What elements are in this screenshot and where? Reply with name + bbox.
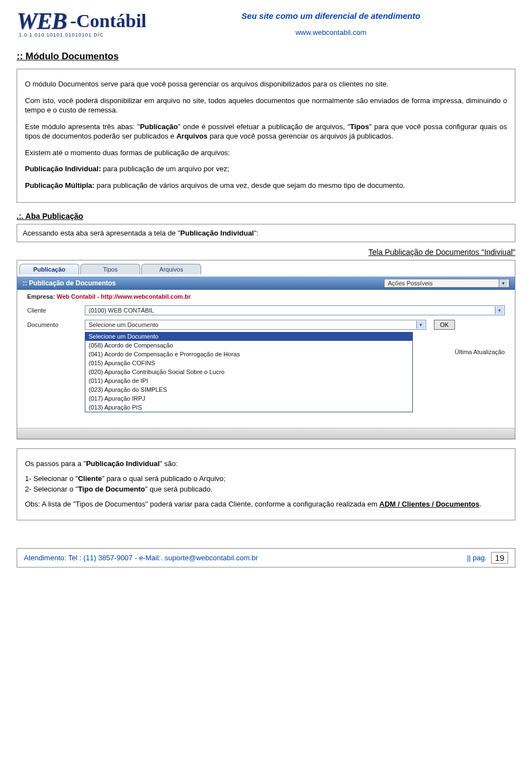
dropdown-option-selected[interactable]: Selecione um Documento	[85, 332, 412, 341]
tab-tipos[interactable]: Tipos	[80, 264, 140, 274]
chevron-down-icon: ▾	[416, 321, 425, 329]
tab-arquivos[interactable]: Arquivos	[141, 264, 201, 274]
section-title: :: Módulo Documentos	[17, 51, 515, 62]
intro-p6: Publicação Múltipla: para publicação de …	[25, 181, 507, 191]
site-url: www.webcontabil.com	[146, 28, 515, 37]
documento-label: Documento	[27, 321, 77, 328]
footer-contact: Atendimento: Tel : (11) 3857-9007 - e-Ma…	[24, 554, 258, 562]
step-2: 2- Selecionar o "Tipo de Documento" que …	[25, 484, 507, 495]
panel-title: :: Publicação de Documentos	[23, 279, 116, 287]
empresa-row: Empresa: Web Contabil - http://www.webco…	[17, 290, 515, 303]
steps-box: Os passos para a "Publicação Individual"…	[17, 448, 515, 520]
tagline: Seu site como um diferencial de atendime…	[146, 8, 515, 21]
dropdown-option[interactable]: (041) Acordo de Compensação e Prorrogaçã…	[85, 350, 412, 359]
intro-p2: Com isto, você poderá disponibilizar em …	[25, 96, 507, 115]
steps-heading: Os passos para a "Publicação Individual"…	[25, 459, 507, 469]
dropdown-option[interactable]: (013) Apuração PIS	[85, 403, 412, 412]
intro-p1: O módulo Documentos serve para que você …	[25, 79, 507, 89]
intro-p5: Publicação Individual: para publicação d…	[25, 164, 507, 174]
step-1: 1- Selecionar o "Cliente" para o qual se…	[25, 474, 507, 484]
dropdown-option[interactable]: (017) Apuração IRPJ	[85, 394, 412, 403]
tab-row: Publicação Tipos Arquivos	[17, 260, 515, 277]
logo-block: WEB -Contábil 1.0.1.010.10101.01010101 D…	[17, 8, 146, 38]
logo-suffix: -Contábil	[70, 11, 146, 32]
footer-pag-label: || pag.	[467, 554, 487, 562]
page-header: WEB -Contábil 1.0.1.010.10101.01010101 D…	[17, 8, 515, 38]
dropdown-option[interactable]: (020) Apuração Contribuição Social Sobre…	[85, 367, 412, 376]
logo-subtext: 1.0.1.010.10101.01010101 D/C	[17, 32, 146, 38]
cliente-select[interactable]: (0100) WEB CONTÁBIL ▾	[85, 305, 505, 315]
intro-p3: Este módulo apresenta três abas: "Public…	[25, 122, 507, 141]
documento-select[interactable]: Selecione um Documento ▾	[85, 320, 426, 330]
chevron-down-icon: ▾	[499, 279, 508, 287]
ok-button[interactable]: OK	[434, 320, 455, 330]
screen-caption: Tela Publicação de Documentos "Indiviual…	[17, 248, 515, 257]
documento-dropdown-list[interactable]: Selecione um Documento (058) Acordo de C…	[85, 332, 413, 412]
grey-strip	[17, 428, 515, 439]
cliente-label: Cliente	[27, 307, 77, 314]
footer-page-number: 19	[491, 552, 508, 564]
empresa-value: Web Contabil - http://www.webcontabil.co…	[57, 293, 191, 300]
dropdown-option[interactable]: (058) Acordo de Compensação	[85, 341, 412, 350]
intro-p4: Existem até o momento duas formas de pub…	[25, 148, 507, 158]
ui-screenshot: Publicação Tipos Arquivos :: Publicação …	[17, 260, 515, 439]
ultima-atualizacao-label: Última Atualização	[455, 349, 505, 355]
panel-title-bar: :: Publicação de Documentos Ações Possív…	[17, 277, 515, 290]
aba-title: .:. Aba Publicação	[17, 212, 515, 221]
intro-box: O módulo Documentos serve para que você …	[17, 69, 515, 203]
dropdown-option[interactable]: (011) Apuração de IPI	[85, 376, 412, 385]
aba-intro-box: Acessando esta aba será apresentada a te…	[17, 224, 515, 242]
logo-main: WEB	[17, 8, 66, 34]
tab-publicacao[interactable]: Publicação	[19, 264, 79, 274]
dropdown-option[interactable]: (023) Apuração do SIMPLES	[85, 385, 412, 394]
actions-select[interactable]: Ações Possíveis ▾	[384, 279, 509, 288]
dropdown-option[interactable]: (015) Apuração COFINS	[85, 359, 412, 367]
steps-obs: Obs: A lista de "Tipos de Documentos" po…	[25, 499, 507, 510]
chevron-down-icon: ▾	[495, 306, 504, 314]
page-footer: Atendimento: Tel : (11) 3857-9007 - e-Ma…	[17, 548, 515, 567]
